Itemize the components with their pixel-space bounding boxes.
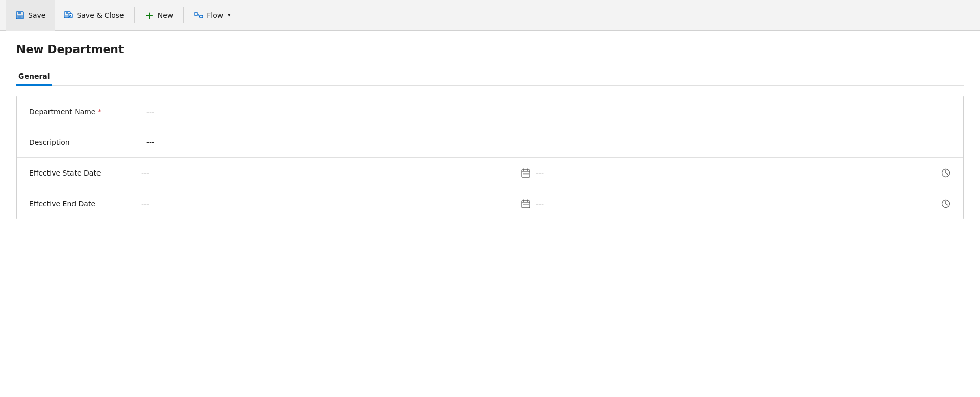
svg-line-21 [946,173,948,175]
toolbar-divider-1 [134,7,135,23]
svg-rect-10 [194,13,198,15]
new-button[interactable]: + New [136,0,183,31]
new-icon: + [145,11,154,20]
svg-line-31 [946,204,948,205]
effective-end-date-clock-icon[interactable] [941,198,951,209]
main-content: New Department General Department Name *… [0,31,980,232]
save-close-button[interactable]: Save & Close [55,0,133,31]
effective-end-time-value[interactable]: --- [536,200,544,208]
save-close-label: Save & Close [77,11,124,19]
svg-rect-5 [66,12,68,14]
save-label: Save [28,11,45,19]
field-row-effective-state-date: Effective State Date --- [17,158,963,188]
new-label: New [158,11,174,19]
svg-rect-27 [525,204,527,205]
effective-end-date-label: Effective End Date [29,200,131,208]
effective-state-date-time-field: --- [521,168,925,178]
effective-end-date-date-field: --- [141,200,521,208]
svg-rect-28 [527,204,529,205]
svg-rect-11 [200,15,203,18]
effective-end-date-calendar-icon[interactable] [521,198,531,209]
effective-end-date-value[interactable]: --- [141,200,149,208]
description-value[interactable]: --- [146,138,951,146]
svg-rect-17 [525,173,527,175]
effective-state-date-date-field: --- [141,169,521,177]
toolbar: Save Save & Close + New [0,0,980,31]
tab-general[interactable]: General [16,68,52,86]
effective-state-date-calendar-icon[interactable] [521,168,531,178]
save-icon [15,11,24,20]
required-indicator: * [97,108,101,115]
svg-rect-26 [523,204,525,205]
save-close-icon [64,11,73,20]
toolbar-divider-2 [183,7,184,23]
department-name-value[interactable]: --- [146,108,951,116]
flow-button[interactable]: Flow ▾ [185,0,239,31]
tabs: General [16,68,964,86]
form-section: Department Name * --- Description --- Ef… [16,96,964,219]
department-name-label: Department Name * [29,108,131,116]
svg-rect-1 [18,12,21,14]
svg-rect-3 [18,16,21,18]
field-row-description: Description --- [17,127,963,158]
description-label: Description [29,138,131,146]
effective-state-date-clock-icon[interactable] [941,168,951,178]
effective-state-time-value[interactable]: --- [536,169,544,177]
page-title: New Department [16,43,964,56]
flow-label: Flow [207,11,223,19]
svg-rect-18 [527,173,529,175]
flow-chevron-icon: ▾ [228,12,230,18]
effective-state-date-value[interactable]: --- [141,169,149,177]
effective-state-date-label: Effective State Date [29,169,131,177]
field-row-department-name: Department Name * --- [17,96,963,127]
svg-rect-16 [523,173,525,175]
effective-end-date-time-field: --- [521,198,925,209]
field-row-effective-end-date: Effective End Date --- -- [17,188,963,219]
save-button[interactable]: Save [6,0,55,31]
flow-icon [194,11,203,20]
